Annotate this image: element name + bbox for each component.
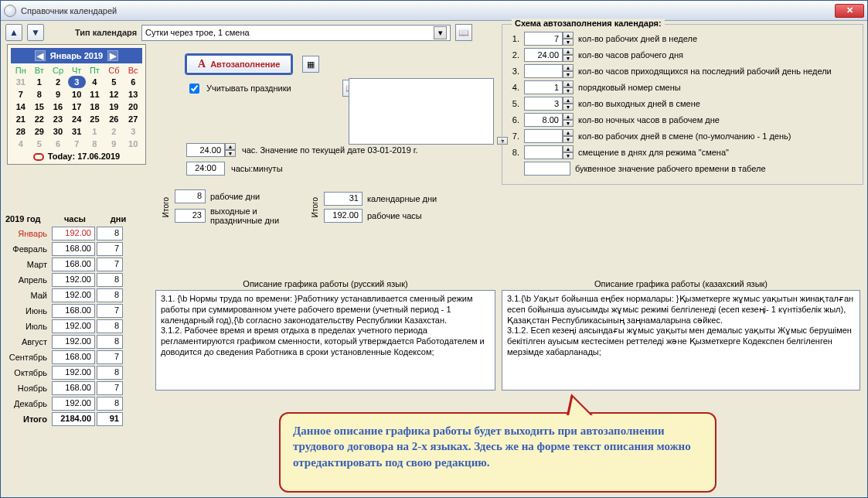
summary-total-days: 91: [97, 412, 123, 426]
month-hours[interactable]: 192.00: [52, 227, 95, 240]
calendar-day[interactable]: 8: [86, 138, 104, 150]
holidays-checkbox[interactable]: [189, 84, 199, 94]
calendar-day[interactable]: 19: [104, 101, 124, 113]
month-hours[interactable]: 192.00: [52, 366, 95, 380]
calendar-day[interactable]: 7: [68, 138, 86, 150]
open-detail-button[interactable]: 📖: [455, 24, 472, 41]
hhmm-field[interactable]: 24:00: [186, 162, 225, 176]
hours-input[interactable]: ▲▼: [186, 143, 236, 157]
calendar-day[interactable]: 18: [86, 101, 104, 113]
month-hours[interactable]: 192.00: [52, 397, 95, 411]
month-hours[interactable]: 168.00: [52, 242, 95, 256]
month-days[interactable]: 8: [97, 335, 123, 349]
scheme-input[interactable]: ▲▼: [524, 80, 574, 94]
calendar-day[interactable]: 5: [31, 138, 48, 150]
month-hours[interactable]: 192.00: [52, 288, 95, 302]
calendar-day[interactable]: 31: [68, 125, 86, 138]
move-up-button[interactable]: ▲: [5, 24, 22, 41]
calendar-day[interactable]: 29: [31, 125, 48, 138]
calendar-day[interactable]: 31: [11, 76, 31, 88]
calendar-day[interactable]: 2: [104, 125, 124, 138]
calendar-day[interactable]: 2: [48, 76, 68, 88]
month-hours[interactable]: 168.00: [52, 258, 95, 271]
calendar-day[interactable]: 1: [86, 125, 104, 138]
calendar-day[interactable]: 25: [86, 113, 104, 125]
month-days[interactable]: 8: [97, 288, 123, 302]
scheme-input[interactable]: ▲▼: [524, 145, 574, 159]
scheme-input[interactable]: ▲▼: [524, 129, 574, 143]
calendar-day[interactable]: 4: [11, 138, 31, 150]
calendar-type-select[interactable]: Сутки через трое, 1 смена ▾: [141, 25, 451, 41]
calendar-day[interactable]: 27: [124, 113, 142, 125]
calendar-day[interactable]: 11: [86, 88, 104, 101]
month-hours[interactable]: 168.00: [52, 350, 95, 364]
calendar-day[interactable]: 22: [31, 113, 48, 125]
calendar-day[interactable]: 10: [124, 138, 142, 150]
month-days[interactable]: 7: [97, 381, 123, 395]
desc-kz-text[interactable]: 3.1.{\b Уақыт бойынша еңбек нормалары: }…: [502, 290, 860, 391]
month-days[interactable]: 8: [97, 319, 123, 333]
calendar-day[interactable]: 23: [48, 113, 68, 125]
month-days[interactable]: 8: [97, 227, 123, 240]
month-days[interactable]: 7: [97, 242, 123, 256]
calendar-day[interactable]: 1: [31, 76, 48, 88]
month-hours[interactable]: 168.00: [52, 381, 95, 395]
month-name: Август: [5, 337, 50, 346]
calendar-day[interactable]: 7: [11, 88, 31, 101]
month-days[interactable]: 7: [97, 304, 123, 318]
move-down-button[interactable]: ▼: [27, 24, 44, 41]
calendar-day[interactable]: 17: [68, 101, 86, 113]
cal-days-label: календарные дни: [367, 194, 437, 203]
scheme-input[interactable]: ▲▼: [524, 48, 574, 62]
scheme-input[interactable]: ▲▼: [524, 64, 574, 78]
month-hours[interactable]: 168.00: [52, 304, 95, 318]
month-days[interactable]: 7: [97, 350, 123, 364]
calendar-day[interactable]: 9: [48, 88, 68, 101]
calendar-day[interactable]: 26: [104, 113, 124, 125]
calendar-icon-button[interactable]: ▦: [302, 56, 319, 73]
summary-year: 2019 год: [5, 214, 50, 223]
calendar-day[interactable]: 9: [104, 138, 124, 150]
calendar-day[interactable]: 20: [124, 101, 142, 113]
today-row[interactable]: Today: 17.06.2019: [11, 150, 142, 161]
calendar-day[interactable]: 16: [48, 101, 68, 113]
calendar-day[interactable]: 21: [11, 113, 31, 125]
calendar-day[interactable]: 3: [124, 125, 142, 138]
scheme-input[interactable]: ▲▼: [524, 113, 574, 127]
holidays-label: Учитывать праздники: [206, 84, 291, 93]
month-calendar[interactable]: ◀ Январь 2019 ▶ ПнВтСрЧтПтСбВс3112345678…: [7, 44, 146, 165]
calendar-day[interactable]: 5: [104, 76, 124, 88]
scheme-legend: Схема автозаполнения календаря:: [512, 19, 665, 28]
calendar-grid[interactable]: ПнВтСрЧтПтСбВс31123456789101112131415161…: [11, 65, 142, 150]
scheme-letter-input[interactable]: [524, 162, 570, 176]
calendar-day[interactable]: 10: [68, 88, 86, 101]
calendar-day[interactable]: 8: [31, 88, 48, 101]
calendar-day[interactable]: 30: [48, 125, 68, 138]
center-panel: A Автозаполнение ▦ Учитывать праздники 📖…: [155, 44, 495, 225]
cal-next-button[interactable]: ▶: [107, 50, 118, 61]
calendar-day[interactable]: 24: [68, 113, 86, 125]
calendar-day[interactable]: 6: [124, 76, 142, 88]
calendar-day[interactable]: 12: [104, 88, 124, 101]
close-button[interactable]: ✕: [835, 4, 864, 18]
month-days[interactable]: 7: [97, 258, 123, 271]
month-days[interactable]: 8: [97, 366, 123, 380]
scheme-input[interactable]: ▲▼: [524, 32, 574, 46]
desc-ru-text[interactable]: 3.1. {\b Нормы труда по времени: }Работн…: [155, 290, 495, 391]
calendar-day[interactable]: 13: [124, 88, 142, 101]
cal-prev-button[interactable]: ◀: [35, 50, 46, 61]
notes-memo[interactable]: [349, 78, 494, 145]
scheme-input[interactable]: ▲▼: [524, 97, 574, 111]
calendar-day[interactable]: 6: [48, 138, 68, 150]
month-hours[interactable]: 192.00: [52, 273, 95, 287]
month-hours[interactable]: 192.00: [52, 319, 95, 333]
calendar-day[interactable]: 28: [11, 125, 31, 138]
month-hours[interactable]: 192.00: [52, 335, 95, 349]
calendar-day[interactable]: 3: [68, 76, 86, 88]
calendar-day[interactable]: 4: [86, 76, 104, 88]
calendar-day[interactable]: 14: [11, 101, 31, 113]
calendar-day[interactable]: 15: [31, 101, 48, 113]
autofill-button[interactable]: A Автозаполнение: [186, 55, 291, 73]
month-days[interactable]: 8: [97, 397, 123, 411]
month-days[interactable]: 8: [97, 273, 123, 287]
